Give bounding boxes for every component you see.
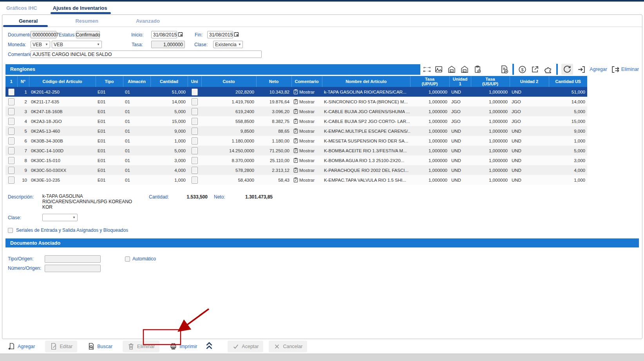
uni-checkbox[interactable] [192, 88, 198, 96]
comentario-field[interactable]: AJUSTE CARGO INICIAL DE SALDO [31, 51, 262, 58]
table-row[interactable]: 7 0K30C-14-100D E01 01 5,000 14.250,0000… [5, 146, 587, 155]
subtab-resumen[interactable]: Resumen [75, 18, 98, 24]
uni-checkbox[interactable] [192, 157, 198, 164]
table-row[interactable]: 5 0K2A5-13-460 E01 01 9,000 9,8500 88,65… [5, 126, 587, 136]
row-select-checkbox[interactable] [8, 157, 14, 164]
col-header-nombre[interactable]: Nombre del Artículo [322, 76, 410, 87]
col-header-cantidad-us[interactable]: Cantidad US [549, 76, 587, 87]
collapse-toolbar-button[interactable] [205, 341, 213, 352]
col-header-select[interactable]: 1 [5, 76, 17, 87]
add-row-icon[interactable] [577, 65, 586, 74]
uni-checkbox[interactable] [192, 177, 198, 184]
tab-graficos-ihc[interactable]: Gráficos IHC [6, 5, 37, 11]
col-header-uni[interactable]: Uni [188, 76, 201, 87]
estatus-field[interactable]: Confirmado [76, 31, 100, 38]
mostrar-button[interactable]: Mostrar [293, 128, 320, 134]
clipboard-check-icon[interactable] [473, 65, 482, 74]
row-select-checkbox[interactable] [8, 98, 14, 105]
row-select-checkbox[interactable] [8, 167, 14, 174]
cancelar-button[interactable]: Cancelar [269, 341, 307, 352]
col-header-codigo[interactable]: Código del Artículo [29, 76, 96, 87]
subtab-general[interactable]: General [19, 18, 38, 24]
row-select-checkbox[interactable] [8, 118, 14, 125]
row-select-checkbox[interactable] [8, 137, 14, 144]
fin-date-field[interactable]: 31/08/2015 [207, 31, 233, 38]
eliminar-button[interactable]: Eliminar [123, 341, 159, 352]
inicio-calendar-icon[interactable] [178, 32, 183, 38]
col-header-comentario[interactable]: Comentario [291, 76, 322, 87]
grid-agregar-button[interactable]: Agregar [590, 67, 607, 72]
warehouse-out-icon[interactable] [460, 65, 469, 74]
automatico-checkbox[interactable] [125, 256, 130, 262]
document-add-icon[interactable] [499, 65, 509, 74]
external-link-icon[interactable] [530, 65, 540, 74]
col-header-numero[interactable]: N° [17, 76, 29, 87]
col-header-almacen[interactable]: Almacén [123, 76, 150, 87]
col-header-tipo[interactable]: Tipo [96, 76, 123, 87]
col-header-unidad-2[interactable]: Unidad 2 [510, 76, 549, 87]
warehouse-in-icon[interactable] [447, 65, 456, 74]
table-row[interactable]: 2 0K211-17-635 E01 01 14,000 1.419,7600 … [5, 97, 587, 106]
uni-checkbox[interactable] [192, 167, 198, 174]
table-row[interactable]: 9 0K30C-50-030XX E01 01 4,000 578,2800 2… [5, 165, 587, 175]
uni-checkbox[interactable] [192, 128, 198, 135]
seriales-checkbox[interactable] [8, 228, 13, 233]
tipo-origen-field[interactable] [45, 255, 101, 263]
row-select-checkbox[interactable] [8, 108, 14, 115]
table-row[interactable]: 4 0K2A3-18-JGO E01 01 15,000 558,8500 8.… [5, 116, 587, 126]
mostrar-button[interactable]: Mostrar [293, 119, 320, 124]
mostrar-button[interactable]: Mostrar [293, 89, 320, 94]
mostrar-button[interactable]: Mostrar [293, 99, 320, 104]
column-navigation-icon[interactable]: ← → ⇤ ⇥ [423, 66, 431, 73]
col-header-tasa-up[interactable]: Tasa (UP/UP) [410, 76, 449, 87]
clase-select[interactable]: Existencia▼ [213, 41, 243, 48]
uni-checkbox[interactable] [192, 98, 198, 105]
agregar-button[interactable]: Agregar [3, 341, 40, 352]
table-row[interactable]: 10 0K30E-10-235 E01 01 1,000 58,4300 58,… [5, 175, 587, 185]
tab-ajustes-de-inventarios[interactable]: Ajustes de Inventarios [53, 5, 107, 11]
uni-checkbox[interactable] [192, 137, 198, 144]
uni-checkbox[interactable] [192, 147, 198, 154]
mostrar-button[interactable]: Mostrar [293, 168, 320, 173]
cell-numero: 5 [17, 126, 29, 136]
refresh-icon[interactable] [561, 64, 573, 75]
col-header-tasa-us[interactable]: Tasa (US/UP) [471, 76, 510, 87]
mostrar-button[interactable]: Mostrar [293, 148, 320, 153]
fin-calendar-icon[interactable] [234, 32, 239, 38]
table-row[interactable]: 1 0K201-42-250 E01 01 51,000 202,8200 10… [5, 87, 587, 97]
image-icon[interactable] [434, 65, 443, 74]
grid-eliminar-button[interactable]: Eliminar [621, 67, 639, 72]
puzzle-icon[interactable] [543, 65, 553, 74]
moneda-select-1[interactable]: VEB▼ [31, 41, 50, 48]
numero-origen-field[interactable] [45, 265, 101, 272]
inicio-date-field[interactable]: 31/08/2015 [151, 31, 177, 38]
uni-checkbox[interactable] [192, 118, 198, 125]
row-select-checkbox[interactable] [8, 128, 14, 135]
mostrar-button[interactable]: Mostrar [293, 109, 320, 114]
row-select-checkbox[interactable] [8, 147, 14, 154]
table-row[interactable]: 6 0K30B-34-300B E01 01 1,000 1.180,0000 … [5, 136, 587, 146]
mostrar-button[interactable]: Mostrar [293, 138, 320, 143]
detail-clase-select[interactable]: ▼ [42, 214, 78, 221]
row-select-checkbox[interactable] [8, 88, 14, 96]
col-header-costo[interactable]: Costo [201, 76, 256, 87]
subtab-avanzado[interactable]: Avanzado [136, 18, 160, 24]
col-header-unidad-1[interactable]: Unidad 1 [449, 76, 471, 87]
buscar-button[interactable]: Buscar [83, 341, 117, 352]
documento-field[interactable]: 0000000007 [31, 31, 56, 38]
table-row[interactable]: 8 0K30C-15-010 E01 01 3,000 8.370,0000 2… [5, 155, 587, 165]
currency-dollar-icon[interactable]: $ [517, 65, 527, 74]
moneda-select-2[interactable]: VEB▼ [52, 41, 102, 48]
col-header-cantidad[interactable]: Cantidad [150, 76, 188, 87]
row-select-checkbox[interactable] [8, 177, 14, 184]
tasa-field[interactable]: 1,000000 [151, 41, 185, 48]
mostrar-button[interactable]: Mostrar [293, 177, 320, 182]
col-header-neto[interactable]: Neto [256, 76, 291, 87]
table-row[interactable]: 3 0K247-18-160B E01 01 5,000 619,2400 3.… [5, 106, 587, 116]
aceptar-button[interactable]: Aceptar [228, 341, 263, 352]
editar-button[interactable]: Editar [45, 341, 77, 352]
imprimir-button[interactable]: Imprimir [165, 341, 202, 352]
delete-row-icon[interactable] [611, 65, 620, 74]
mostrar-button[interactable]: Mostrar [293, 158, 320, 163]
uni-checkbox[interactable] [192, 108, 198, 115]
